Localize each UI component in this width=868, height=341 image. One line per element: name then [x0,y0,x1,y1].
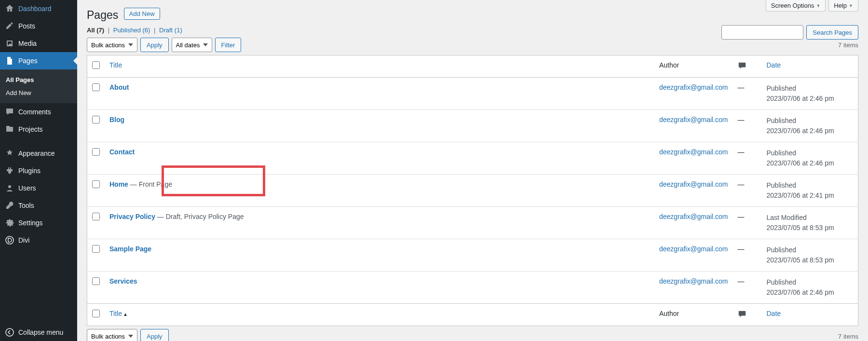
sidebar-item-appearance[interactable]: Appearance [0,145,77,162]
comments-cell: — [733,175,762,207]
sidebar-item-posts[interactable]: Posts [0,17,77,35]
row-checkbox[interactable] [92,245,100,253]
row-checkbox[interactable] [92,83,100,91]
table-row: Home — Front Pagedeezgrafix@gmail.com—Pu… [87,175,858,207]
select-all-bottom[interactable] [92,310,100,317]
row-checkbox[interactable] [92,116,100,123]
author-link[interactable]: deezgrafix@gmail.com [659,245,728,253]
page-title-link[interactable]: About [109,83,129,91]
page-title: Pages [87,9,118,22]
sidebar-item-label: Dashboard [18,5,52,13]
admin-sidebar: DashboardPostsMediaPagesAll PagesAdd New… [0,0,77,341]
bulk-actions-select-bottom[interactable]: Bulk actions [87,329,137,341]
chevron-down-icon: ▼ [816,3,820,8]
page-title-link[interactable]: Blog [109,116,124,123]
page-title-link[interactable]: Services [109,277,137,285]
sidebar-item-dashboard[interactable]: Dashboard [0,0,77,17]
table-row: Contactdeezgrafix@gmail.com—Published202… [87,142,858,175]
filter-button[interactable]: Filter [215,38,242,52]
sidebar-item-label: Comments [18,108,51,116]
date-cell: Published2023/07/06 at 2:41 pm [762,175,858,207]
page-title-suffix: — Draft, Privacy Policy Page [155,213,244,220]
sort-asc-icon: ▲ [123,312,128,317]
chevron-down-icon: ▼ [849,3,853,8]
sidebar-item-tools[interactable]: Tools [0,197,77,214]
sidebar-item-settings[interactable]: Settings [0,214,77,232]
divi-icon [5,235,14,245]
collapse-menu[interactable]: Collapse menu [0,324,77,341]
sidebar-item-plugins[interactable]: Plugins [0,162,77,179]
sidebar-item-label: Plugins [18,167,41,175]
page-title-suffix: — Front Page [128,180,172,188]
sidebar-item-label: Posts [18,22,35,30]
sidebar-item-label: Divi [18,236,29,244]
apply-button-top[interactable]: Apply [140,38,169,52]
svg-point-0 [8,185,11,188]
table-row: Servicesdeezgrafix@gmail.com—Published20… [87,272,858,304]
date-filter-select[interactable]: All dates [172,38,212,52]
plugins-icon [5,166,14,176]
comments-cell: — [733,110,762,142]
help-tab[interactable]: Help ▼ [828,0,858,12]
sidebar-item-pages[interactable]: Pages [0,52,77,69]
author-link[interactable]: deezgrafix@gmail.com [659,148,728,156]
search-input[interactable] [721,25,803,40]
table-row: Sample Pagedeezgrafix@gmail.com—Publishe… [87,239,858,272]
sidebar-item-users[interactable]: Users [0,179,77,197]
page-title-link[interactable]: Home [109,180,128,188]
sort-title[interactable]: Title [109,61,122,69]
comment-icon [738,310,746,318]
submenu-all-pages[interactable]: All Pages [0,73,77,86]
page-title-link[interactable]: Contact [109,148,135,156]
author-link[interactable]: deezgrafix@gmail.com [659,116,728,123]
apply-button-bottom[interactable]: Apply [140,329,169,341]
author-link[interactable]: deezgrafix@gmail.com [659,83,728,91]
screen-options-tab[interactable]: Screen Options ▼ [766,0,826,12]
sidebar-item-divi[interactable]: Divi [0,232,77,249]
sidebar-item-label: Tools [18,202,34,209]
date-cell: Last Modified2023/07/05 at 8:53 pm [762,207,858,239]
sidebar-item-media[interactable]: Media [0,35,77,52]
sidebar-item-projects[interactable]: Projects [0,121,77,138]
filter-published[interactable]: Published (6) [113,27,150,34]
author-link[interactable]: deezgrafix@gmail.com [659,213,728,220]
select-all-top[interactable] [92,61,100,69]
items-count-bottom: 7 items [838,333,858,340]
page-title-link[interactable]: Sample Page [109,245,151,253]
date-cell: Published2023/07/06 at 2:46 pm [762,142,858,175]
items-count-top: 7 items [838,41,858,49]
help-label: Help [834,2,847,9]
col-author-bottom: Author [654,304,733,326]
sort-date[interactable]: Date [767,61,781,69]
page-title-link[interactable]: Privacy Policy [109,213,155,220]
search-pages-button[interactable]: Search Pages [806,25,858,40]
sort-title-bottom[interactable]: Title▲ [109,310,128,317]
author-link[interactable]: deezgrafix@gmail.com [659,180,728,188]
sidebar-item-label: Media [18,40,37,47]
sidebar-item-label: Appearance [18,150,55,157]
row-checkbox[interactable] [92,213,100,220]
sidebar-item-label: Settings [18,219,43,227]
sidebar-item-comments[interactable]: Comments [0,103,77,121]
author-link[interactable]: deezgrafix@gmail.com [659,277,728,285]
svg-point-2 [6,328,14,336]
col-comments[interactable] [733,55,762,78]
pages-submenu: All PagesAdd New [0,69,77,103]
row-checkbox[interactable] [92,277,100,285]
filter-all[interactable]: All (7) [87,27,104,34]
add-new-button[interactable]: Add New [124,8,160,20]
bulk-actions-select[interactable]: Bulk actions [87,38,137,52]
row-checkbox[interactable] [92,148,100,156]
main-content: Screen Options ▼ Help ▼ Pages Add New Se… [77,0,868,341]
date-cell: Published2023/07/06 at 2:46 pm [762,110,858,142]
sidebar-item-label: Pages [18,57,38,65]
collapse-icon [5,327,14,337]
row-checkbox[interactable] [92,180,100,188]
sort-date-bottom[interactable]: Date [767,310,781,317]
comments-cell: — [733,78,762,110]
screen-options-label: Screen Options [771,2,814,9]
filter-draft[interactable]: Draft (1) [159,27,182,34]
submenu-add-new[interactable]: Add New [0,86,77,99]
date-cell: Published2023/07/06 at 2:46 pm [762,272,858,304]
col-comments-bottom[interactable] [733,304,762,326]
